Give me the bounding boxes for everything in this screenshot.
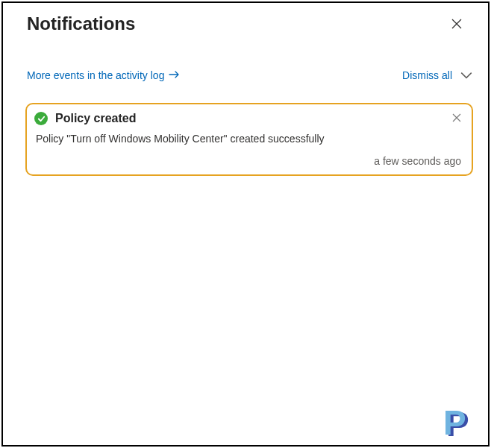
close-icon [452, 113, 461, 122]
expand-button[interactable] [460, 69, 473, 82]
dismiss-all-link[interactable]: Dismiss all [402, 69, 452, 81]
brand-logo: P P [439, 402, 481, 444]
close-panel-button[interactable] [446, 13, 467, 34]
notification-title: Policy created [55, 112, 137, 125]
dismiss-group: Dismiss all [402, 69, 473, 82]
notification-header: Policy created [34, 112, 461, 125]
more-events-label: More events in the activity log [27, 69, 164, 81]
notifications-panel: Notifications More events in the activit… [1, 1, 490, 447]
panel-title: Notifications [27, 13, 135, 34]
arrow-right-icon [169, 69, 181, 81]
dismiss-notification-button[interactable] [451, 112, 463, 124]
notification-message: Policy "Turn off Windows Mobility Center… [36, 133, 461, 145]
action-row: More events in the activity log Dismiss … [3, 37, 488, 89]
success-check-icon [34, 112, 48, 125]
close-icon [451, 18, 463, 30]
notification-timestamp: a few seconds ago [34, 155, 461, 167]
more-events-link[interactable]: More events in the activity log [27, 69, 181, 81]
brand-letter-front: P [443, 403, 466, 442]
chevron-down-icon [460, 69, 473, 82]
notification-card: Policy created Policy "Turn off Windows … [25, 103, 473, 176]
panel-header: Notifications [3, 3, 488, 37]
